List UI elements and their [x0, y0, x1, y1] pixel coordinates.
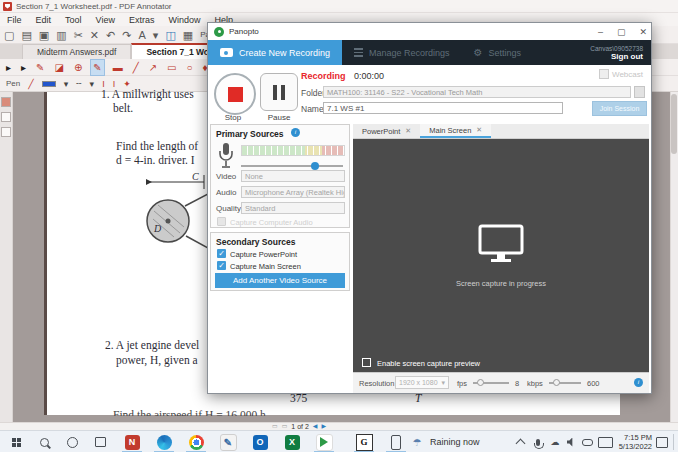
capture-main-screen-checkbox[interactable]: ✓	[217, 261, 226, 270]
close-icon[interactable]: ✕	[639, 27, 647, 37]
save-icon[interactable]: ▣	[39, 28, 49, 42]
snapshot-icon[interactable]: ◫	[165, 28, 175, 42]
annotations-panel-icon[interactable]	[1, 127, 11, 137]
menu-view[interactable]: View	[89, 15, 122, 25]
zoom-tool-icon[interactable]: ⊕	[72, 60, 84, 75]
info-icon[interactable]: i	[291, 128, 300, 137]
width-dropdown-icon[interactable]: ▾	[64, 79, 69, 89]
tab-midterm-answers[interactable]: Midterm Answers.pdf	[22, 44, 131, 59]
pan-tool-icon[interactable]: ▸	[19, 60, 28, 75]
taskbar-pdf-annotator[interactable]: N	[120, 431, 144, 452]
zoom-dropdown-icon[interactable]: ▾	[153, 28, 159, 42]
name-input[interactable]: 7.1 WS #1	[323, 102, 563, 114]
delete-icon[interactable]: ✕	[90, 28, 99, 42]
ellipse-tool-icon[interactable]: ○	[185, 60, 195, 75]
fps-slider-thumb[interactable]	[477, 379, 484, 386]
maximize-icon[interactable]: ▢	[617, 27, 626, 37]
taskbar-edge[interactable]	[152, 431, 176, 452]
layout-facing-icon[interactable]: ▭	[282, 423, 288, 430]
volume-slider-track[interactable]	[241, 165, 343, 167]
capture-computer-audio-checkbox[interactable]	[217, 217, 226, 226]
tab-main-screen-close-icon[interactable]: ✕	[476, 126, 482, 134]
rectangle-tool-icon[interactable]: ▭	[165, 60, 178, 75]
bookmarks-panel-icon[interactable]	[1, 112, 11, 122]
tray-keyboard[interactable]	[596, 431, 614, 452]
show-desktop-button[interactable]	[673, 434, 678, 450]
start-button[interactable]	[4, 431, 28, 452]
action-center-button[interactable]	[654, 431, 670, 452]
menu-tool[interactable]: Tool	[58, 15, 89, 25]
taskbar-clock[interactable]: 7:15 PM 5/13/2022	[619, 433, 652, 451]
select-tool-icon[interactable]: ▸	[4, 60, 13, 75]
menu-extras[interactable]: Extras	[122, 15, 162, 25]
scrollbar-thumb[interactable]	[671, 94, 677, 154]
resolution-select[interactable]: 1920 x 1080 ▾	[395, 376, 449, 389]
taskbar-search-button[interactable]	[32, 431, 56, 452]
thumbnails-panel-icon[interactable]	[1, 97, 11, 107]
page-layout-icon[interactable]: ▦	[183, 28, 193, 42]
taskbar-excel[interactable]: X	[280, 431, 304, 452]
arrow-tool-icon[interactable]: ↗	[147, 60, 159, 75]
taskbar-drawing-app[interactable]: ✎	[216, 431, 240, 452]
add-another-video-source-button[interactable]: Add Another Video Source	[215, 273, 345, 288]
task-view-button[interactable]	[88, 431, 112, 452]
nav-create-new-recording[interactable]: Create New Recording	[208, 40, 342, 65]
enable-preview-checkbox[interactable]	[362, 358, 371, 367]
marker-tool-icon[interactable]: ▬	[111, 60, 125, 75]
redo-icon[interactable]: ↷	[122, 28, 131, 42]
nav-manage-recordings[interactable]: Manage Recordings	[342, 40, 462, 65]
menu-file[interactable]: File	[0, 15, 29, 25]
previous-page-icon[interactable]: ◀	[313, 423, 318, 430]
pen-color-swatch[interactable]	[42, 81, 56, 87]
taskbar-chrome[interactable]	[184, 431, 208, 452]
text-box-tool-icon[interactable]: I	[113, 79, 116, 89]
next-page-icon[interactable]: ▶	[321, 423, 326, 430]
undo-icon[interactable]: ↶	[106, 28, 115, 42]
nav-settings[interactable]: ⚙ Settings	[462, 40, 534, 65]
tray-onedrive[interactable]: ☁	[547, 431, 563, 452]
capture-powerpoint-checkbox[interactable]: ✓	[217, 249, 226, 258]
tab-powerpoint[interactable]: PowerPoint ✕	[353, 124, 420, 138]
stroke-sample-icon[interactable]: ╱	[28, 79, 33, 89]
open-icon[interactable]: ▤	[21, 28, 31, 42]
dash-style-icon[interactable]: ╌	[76, 79, 81, 89]
folder-browse-button[interactable]	[634, 86, 645, 98]
folder-input[interactable]: MATH100: 31146 - S22 - Vocational Tech M…	[323, 86, 631, 98]
tray-network[interactable]	[579, 431, 595, 452]
line-tool-icon[interactable]: ╱	[131, 60, 141, 75]
pen-tool-icon[interactable]: ✎	[90, 59, 104, 76]
minimize-icon[interactable]: –	[598, 27, 603, 37]
audio-source-select[interactable]: Microphone Array (Realtek High D	[241, 186, 345, 198]
taskbar-phone-app[interactable]	[384, 431, 408, 452]
stop-button[interactable]	[214, 73, 256, 115]
kbps-slider-thumb[interactable]	[553, 379, 560, 386]
eraser-tool-icon[interactable]: ◪	[52, 60, 65, 75]
menu-edit[interactable]: Edit	[29, 15, 59, 25]
cortana-button[interactable]	[60, 431, 84, 452]
print-icon[interactable]: ▥	[56, 28, 66, 42]
edit-tool-icon[interactable]: ✎	[34, 60, 46, 75]
volume-slider-thumb[interactable]	[311, 162, 319, 170]
tab-powerpoint-close-icon[interactable]: ✕	[405, 127, 411, 135]
cut-icon[interactable]: ✂	[74, 28, 83, 42]
video-source-select[interactable]: None	[241, 170, 345, 182]
tab-main-screen[interactable]: Main Screen ✕	[420, 124, 491, 138]
taskbar-outlook[interactable]: O	[248, 431, 272, 452]
layout-single-icon[interactable]: ▭	[272, 423, 278, 430]
webcast-checkbox[interactable]	[599, 69, 609, 79]
sign-out-link[interactable]: Sign out	[611, 52, 643, 61]
join-session-button[interactable]: Join Session	[592, 101, 647, 116]
resolution-info-icon[interactable]: i	[634, 378, 643, 387]
style-dropdown-icon[interactable]: ▾	[90, 79, 95, 89]
tray-volume[interactable]	[563, 431, 579, 452]
menu-window[interactable]: Window	[161, 15, 207, 25]
quality-select[interactable]: Standard	[241, 202, 345, 214]
taskbar-panopto[interactable]	[312, 431, 336, 452]
pause-button[interactable]	[260, 73, 298, 111]
weather-widget[interactable]: Raining now	[430, 437, 480, 447]
tray-overflow-button[interactable]	[512, 431, 528, 452]
tray-microphone[interactable]	[530, 431, 546, 452]
text-tool-icon[interactable]: I	[102, 79, 105, 89]
find-icon[interactable]: A	[139, 28, 146, 42]
taskbar-g-app[interactable]: G	[352, 431, 376, 452]
